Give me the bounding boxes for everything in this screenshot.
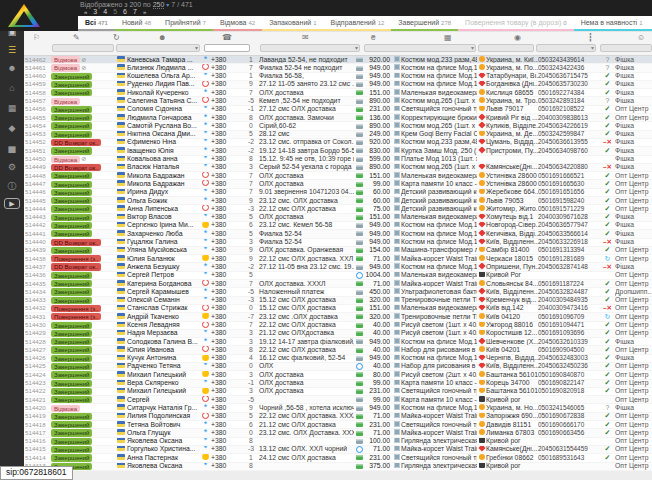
client-phone[interactable]: +380 [211,64,243,72]
table-row[interactable]: 514420ВідмоваСитарчук Наталія Гр...*+380… [24,404,652,412]
client-phone[interactable]: +380 [211,380,243,388]
tracking-number[interactable]: 0503243422436 [538,64,600,72]
table-row[interactable]: 514462Відмова⊘Каневська Тамара ...*+3801… [24,56,652,64]
tracking-number[interactable]: 0501690820918 [538,388,600,396]
announce-icon[interactable]: ◆ [0,122,24,134]
client-phone[interactable]: +380 [211,388,243,396]
table-row[interactable]: 514428ЗавершенийСолодкова Галина В...*+3… [24,338,652,346]
table-row[interactable]: 514441ЗавершенийЗахарченко Люба*+3805Фиа… [24,230,652,238]
video-tutorial-icon[interactable]: ▶ [4,198,20,209]
page-number[interactable]: 6 [123,8,127,16]
tracking-number[interactable]: 20450636577947 [538,222,600,230]
tracking-number[interactable]: 20400309473416 [538,305,600,313]
page-first-icon[interactable]: « [84,8,87,16]
client-phone[interactable]: +380 [211,371,243,379]
client-phone[interactable]: +380 [211,97,243,105]
table-row[interactable]: 514424ЗавершенийМихаил Гилецький+3803ОЛХ… [24,371,652,379]
client-phone[interactable]: +380 [211,363,243,371]
tracking-number[interactable]: 0501690672838 [538,413,600,421]
client-phone[interactable]: +380 [211,454,243,462]
filter-product[interactable]: ▾ [364,44,476,52]
table-row[interactable]: 514435ЗавершенийКатерина Богданова+3807О… [24,280,652,288]
client-phone[interactable]: +380 [211,288,243,296]
products-icon[interactable]: ▦ [0,102,24,114]
tracking-number[interactable]: 20450632450236 [538,363,600,371]
client-phone[interactable]: +380 [211,122,243,130]
tracking-number[interactable]: 0501689531643 [538,454,600,462]
client-phone[interactable]: +380 [211,247,243,255]
tracking-number[interactable]: 0501691281689 [538,255,600,263]
client-phone[interactable]: +380 [211,429,243,437]
table-row[interactable]: 514439ЗавершенийУляна Мусійовська*+3809О… [24,247,652,255]
client-phone[interactable]: +380 [211,239,243,247]
tracking-number[interactable]: 20450634098760 [538,147,600,155]
tracking-number[interactable]: 0501690822147 [538,380,600,388]
tab-Відмова[interactable]: Відмова42 [213,16,262,31]
table-row[interactable]: 514445ЗавершенийОльга Божик*+380923.12 с… [24,197,652,205]
filter-ttn[interactable]: ▾ [536,44,596,52]
chevron-down-icon[interactable]: ▾ [166,2,169,8]
client-phone[interactable]: +380 [211,139,243,147]
table-row[interactable]: 514418ЗавершенийТетяна Войтович*+380621.… [24,421,652,429]
table-row[interactable]: 514447ЗавершенийМикола Бадражан+3807ОЛХ … [24,180,652,188]
tracking-number[interactable]: 0501690904500 [538,346,600,354]
tracking-number[interactable]: 20450634226619 [538,122,600,130]
table-row[interactable]: 514419ЗавершенийЛилия Подолинская+380522… [24,413,652,421]
table-row[interactable]: 514427ЗавершенийЮлия Иванова+380822.12 с… [24,346,652,354]
tracking-number[interactable]: 0501691571229 [538,205,600,213]
tracking-number[interactable]: 0501691666521 [538,172,600,180]
page-number[interactable]: 7 [133,8,137,16]
table-row[interactable]: 514423ЗавершенийВера Скляренко*+380-1ОЛХ… [24,380,652,388]
table-row[interactable]: 514446ЗавершенийИрина Дидух*+38079.01 зв… [24,189,652,197]
table-row[interactable]: 514433ЗавершенийОлексій Семанін*+380-315… [24,297,652,305]
tracking-number[interactable]: 20450632874148 [538,263,600,271]
tracking-number[interactable]: 20450633226918 [538,239,600,247]
client-phone[interactable]: +380 [211,413,243,421]
client-phone[interactable]: +380 [211,421,243,429]
table-row[interactable]: 514451ЗавершенийІващенко Юлія*+380-219.1… [24,147,652,155]
settings-sliders-icon[interactable]: ⚙ [0,161,24,173]
table-row[interactable]: 514459ЗавершенийРуденко Лидия Пав...+380… [24,81,652,89]
clients-icon[interactable]: ☻ [0,62,24,74]
tracking-number[interactable]: 20450633566614 [538,230,600,238]
client-phone[interactable]: +380 [211,197,243,205]
table-row[interactable]: 514448ЗавершенийМикола Бадражан+3807ОЛХ … [24,172,652,180]
client-phone[interactable]: +380 [211,280,243,288]
client-phone[interactable]: +380 [211,313,243,321]
filter-manager[interactable] [600,44,652,52]
client-phone[interactable]: +380 [211,73,243,81]
tab-Запакований[interactable]: Запакований1 [262,16,323,31]
table-row[interactable]: 514426ЗавершенийКучук Антонина+380416.12… [24,355,652,363]
tracking-number[interactable]: 20450632824487 [538,288,600,296]
table-row[interactable]: 514416ЗавершенийЯковлева Оксана*+3808100… [24,438,652,446]
tab-Нема в наявності[interactable]: Нема в наявності1 [574,16,650,31]
client-phone[interactable]: +380 [211,89,243,97]
table-row[interactable]: 514432Повернення (з..Станіслав Стрижак+3… [24,305,652,313]
page-last-icon[interactable]: » [143,8,146,16]
tracking-number[interactable]: 0501692274384 [538,89,600,97]
client-phone[interactable]: +380 [211,446,243,454]
filter-city[interactable] [478,44,534,52]
tracking-number[interactable]: 0501690663456 [538,429,600,437]
table-row[interactable]: 514442ЗавершенийСергієнко Ірина Ми...+38… [24,222,652,230]
tab-Повернення товару (в дорозі)[interactable]: Повернення товару (в дорозі)0 [458,16,574,31]
table-row[interactable]: 514450Відмова⊘Ковальова анна*+380815.12.… [24,156,652,164]
table-row[interactable]: 514449DD Возврат ок..Власюк Наталья*+380… [24,164,652,172]
page-number[interactable]: 5 [113,8,117,16]
tab-Всі[interactable]: Всі471 [78,16,115,31]
tracking-number[interactable]: 20450634220880 [538,164,600,172]
table-row[interactable]: 514440DD Возврат ок..Гуцалюк Галина*+380… [24,239,652,247]
table-row[interactable]: 514461Відмова⊘Близнюк Людмила ...+3807Фи… [24,64,652,72]
warehouse-icon[interactable]: ⌂ [0,82,24,94]
tracking-number[interactable]: 0501691651656 [538,189,600,197]
client-phone[interactable]: +380 [211,106,243,114]
tracking-number[interactable]: 20450635730230 [538,81,600,89]
page-number[interactable]: 4 [103,8,107,16]
tracking-number[interactable]: 20450636613955 [538,139,600,147]
tracking-number[interactable]: 20450632610339 [538,338,600,346]
client-phone[interactable]: +380 [211,338,243,346]
table-row[interactable]: 514458ЗавершенийНиколай Кучеренко*+3807О… [24,89,652,97]
tab-Відправлений[interactable]: Відправлений12 [324,16,392,31]
table-row[interactable]: 514430ЗавершенийКсенія Левадняя+380722.1… [24,322,652,330]
client-phone[interactable]: +380 [211,164,243,172]
